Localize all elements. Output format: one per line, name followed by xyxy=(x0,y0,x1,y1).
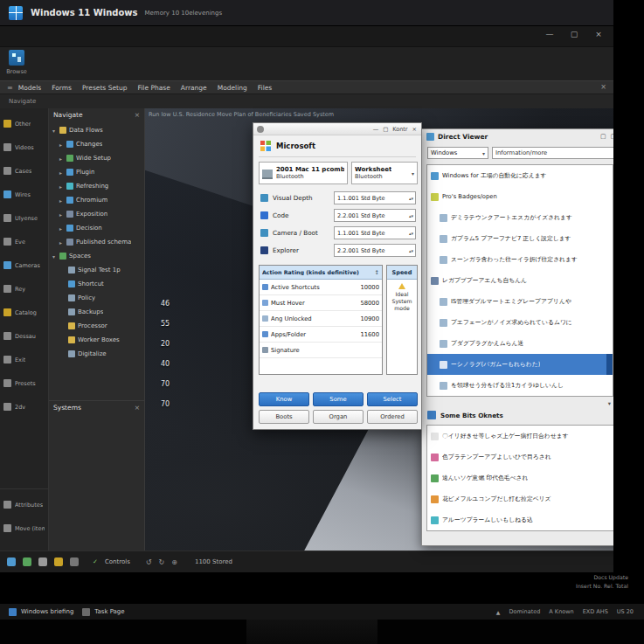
tree-expander-icon[interactable]: ▸ xyxy=(58,184,64,190)
spinner-icon[interactable]: ▴▾ xyxy=(409,213,413,218)
viewer-list-item[interactable]: Windows for 工場の自動化に応えます xyxy=(427,165,613,186)
viewer-search-input[interactable] xyxy=(492,147,613,159)
dialog-maximize-button[interactable]: ▢ xyxy=(383,126,388,133)
viewer-list-item[interactable]: スーンガラ含わった往ーイラ折げ往定されます xyxy=(427,249,613,270)
sidebar-item[interactable]: Catalog xyxy=(0,301,48,324)
sidebar-item[interactable]: Rey xyxy=(0,277,48,301)
setting-value-select[interactable]: 2.2.001 Std Byte ▴▾ xyxy=(334,244,416,257)
minimize-button[interactable]: — xyxy=(544,30,556,38)
sidebar-item[interactable]: Dessau xyxy=(0,324,48,348)
tool-icon[interactable] xyxy=(38,557,47,566)
menu-item[interactable]: File Phase xyxy=(137,84,170,92)
close-button[interactable]: × xyxy=(592,30,605,38)
viewer-list-item[interactable]: デミラテウンクアートエスカがイズされます xyxy=(427,207,613,228)
tree-expander-icon[interactable]: ▾ xyxy=(51,253,57,260)
sidebar-item[interactable]: Cameras xyxy=(0,253,48,277)
tray-segment[interactable]: Dominated xyxy=(509,608,540,615)
sidebar-item[interactable]: Videos xyxy=(0,135,48,159)
tree-expander-icon[interactable]: ▸ xyxy=(58,170,64,176)
viewer-layout2-icon[interactable]: ▢ xyxy=(611,133,614,140)
sidebar-item[interactable]: Eve xyxy=(0,230,48,253)
sidebar-item[interactable]: Other xyxy=(0,112,48,135)
viewer-list-item[interactable]: IS管理ダブルマートエミグレープアプリんや xyxy=(427,291,613,312)
section-list-item[interactable]: 色プラテンプーアプよしいひで目ろされ xyxy=(427,447,613,467)
tray-segment[interactable]: A Known xyxy=(549,608,573,615)
menubar-close-icon[interactable]: × xyxy=(600,83,606,91)
sidebar-item[interactable]: Cases xyxy=(0,159,48,183)
menu-item[interactable]: Models xyxy=(18,84,41,92)
tool-icon[interactable] xyxy=(54,557,63,566)
history-icon[interactable]: ⊕ xyxy=(171,558,177,566)
dialog-close-button[interactable]: × xyxy=(412,126,417,133)
tree-item[interactable]: ▸ Published schema xyxy=(49,235,144,249)
table-row[interactable]: Apps/Folder 11600 xyxy=(260,327,382,343)
dialog-primary-button[interactable]: Some xyxy=(313,392,364,406)
tree-expander-icon[interactable]: ▸ xyxy=(58,211,64,218)
taskbar-item-2[interactable]: Task Page xyxy=(94,608,124,615)
navigator-close-icon[interactable]: × xyxy=(135,111,140,119)
section-list-item[interactable]: アルーツプラームしいもしねる込 xyxy=(427,509,613,530)
setting-value-select[interactable]: 1.1.001 Std Byte ▴▾ xyxy=(334,226,416,239)
dialog-primary-button[interactable]: Know xyxy=(259,392,309,406)
viewer-layout-icon[interactable]: ▢ xyxy=(600,133,606,140)
menu-item[interactable]: Presets Setup xyxy=(82,84,128,92)
dialog-minimize-button[interactable]: — xyxy=(373,126,379,133)
section-list-item[interactable]: 花ピメフルユコンプだし打む拉定ベリズ xyxy=(427,488,613,509)
section-list-item[interactable]: 〇イリ好きせ等しゃズ上ゲー病打日合わせます xyxy=(427,426,613,447)
sidebar-item[interactable]: Exit xyxy=(0,348,48,371)
viewer-list-item[interactable]: ガプラム5 プアーフナビ7 正しく設定します xyxy=(427,228,613,249)
spinner-icon[interactable]: ▴▾ xyxy=(409,231,413,236)
setting-value-select[interactable]: 1.1.001 Std Byte ▴▾ xyxy=(334,191,416,204)
tree-expander-icon[interactable]: ▸ xyxy=(58,239,64,246)
viewer-combo[interactable]: Windows ▾ xyxy=(427,147,488,159)
taskbar-app-icon[interactable] xyxy=(9,608,17,616)
table-row[interactable]: Signature xyxy=(260,343,382,358)
tree-item[interactable]: Policy xyxy=(49,291,144,305)
tree-item[interactable]: ▸ Decision xyxy=(49,221,144,235)
menu-item[interactable]: Files xyxy=(258,84,272,92)
tree-item[interactable]: Digitalize xyxy=(49,347,144,361)
table-header[interactable]: Action Rating (kinds definitive) ↕ xyxy=(260,266,382,280)
tree-item[interactable]: ▸ Refreshing xyxy=(49,179,144,193)
dialog-primary-button[interactable]: Select xyxy=(367,392,418,406)
tray-caret-icon[interactable]: ▲ xyxy=(496,609,501,615)
spinner-icon[interactable]: ▴▾ xyxy=(409,196,413,201)
viewer-list-item[interactable]: を領球せう分をげる注1カイラゆしいんし xyxy=(427,375,613,396)
expand-icon[interactable]: ▾ xyxy=(608,400,611,407)
sidebar-item[interactable]: Ulyense xyxy=(0,206,48,230)
tree-expander-icon[interactable]: ▸ xyxy=(58,142,64,148)
taskbar-app2-icon[interactable] xyxy=(82,608,90,616)
table-row[interactable]: Active Shortcuts 10000 xyxy=(260,280,382,295)
device-combo[interactable]: 2001 Mac 11 pcomb Bluetooth xyxy=(259,162,348,184)
tree-item[interactable]: ▾ Data Flows xyxy=(49,123,144,137)
menu-item[interactable]: Modeling xyxy=(218,84,247,92)
tree-item[interactable]: Processor xyxy=(49,319,144,333)
tree-expander-icon[interactable]: ▸ xyxy=(58,197,64,204)
tray-segment[interactable]: US 20 xyxy=(617,608,634,615)
sidebar-footer-item[interactable]: Attributes xyxy=(0,493,48,516)
tree-expander-icon[interactable]: ▸ xyxy=(58,225,64,232)
viewer-list-item[interactable]: Pro's Badges/open xyxy=(427,186,613,207)
history-icon[interactable]: ↻ xyxy=(159,558,165,566)
tree-item[interactable]: ▾ Spaces xyxy=(49,249,144,263)
table-row[interactable]: Ang Unlocked 10900 xyxy=(260,311,382,327)
tool-icon[interactable] xyxy=(70,557,79,566)
dialog-secondary-button[interactable]: Organ xyxy=(313,410,364,424)
viewer-list-item[interactable]: レガプブプーアエんち自ちんん xyxy=(427,270,613,291)
tree-expander-icon[interactable]: ▸ xyxy=(58,156,64,162)
tree-item[interactable]: ▸ Changes xyxy=(49,137,144,151)
tree-item[interactable]: Worker Boxes xyxy=(49,333,144,347)
section-list-item[interactable]: 遠んいソゲ意燃 印代色毛べされ xyxy=(427,467,613,488)
tray-segment[interactable]: EXD AHS xyxy=(583,608,608,615)
tool-icon[interactable] xyxy=(7,557,16,566)
tree-item[interactable]: Signal Test 1p xyxy=(49,263,144,277)
viewer-list-item[interactable]: プエフェーンがノイズ求められているムワに xyxy=(427,312,613,333)
table-row[interactable]: Must Hover 58000 xyxy=(260,295,382,311)
sidebar-item[interactable]: 2dv xyxy=(0,395,48,419)
menu-item[interactable]: Arrange xyxy=(181,84,207,92)
tree-item[interactable]: ▸ Plugin xyxy=(49,165,144,179)
tree-item[interactable]: ▸ Exposition xyxy=(49,207,144,221)
tool-icon[interactable] xyxy=(23,557,31,566)
maximize-button[interactable]: ▢ xyxy=(568,30,580,38)
sidebar-footer-item[interactable]: Move (items) xyxy=(0,516,48,540)
